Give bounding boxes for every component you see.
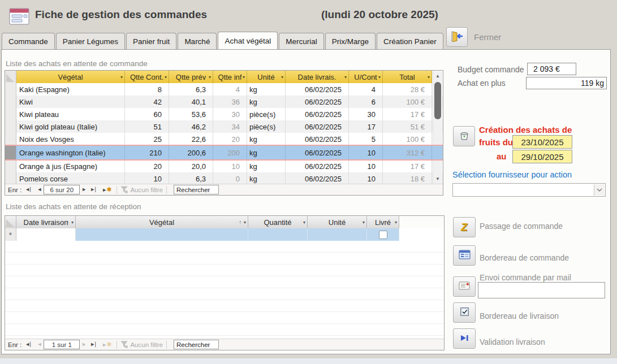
order-slip-button[interactable]	[453, 245, 476, 266]
livre-checkbox[interactable]	[379, 231, 387, 239]
row-selector[interactable]	[5, 133, 16, 145]
combobox-dropdown-button[interactable]	[594, 184, 605, 196]
new-record-icon[interactable]: ►✱	[102, 187, 111, 193]
cell-date-livrais[interactable]: 06/02/2025	[286, 108, 349, 120]
new-record-row[interactable]: *	[5, 228, 444, 241]
first-record-icon[interactable]: ◄▏	[25, 187, 33, 192]
chevron-down-icon[interactable]: ▾	[378, 75, 381, 80]
cell-u-cont[interactable]: 6	[349, 96, 383, 108]
cell-total[interactable]: 17 €	[383, 108, 432, 120]
date-from-field[interactable]: 23/10/2025	[512, 135, 572, 149]
table-row[interactable]: Kiwi 42 40,1 36 kg 06/02/2025 6 100 €	[5, 96, 443, 108]
cell-vegetal-input[interactable]	[76, 228, 248, 241]
first-record-icon[interactable]: ◄▏	[25, 342, 33, 347]
next-record-icon[interactable]: ►	[81, 187, 87, 192]
cell-total[interactable]: 100 €	[383, 96, 432, 108]
cell-qtte-prev[interactable]: 40,1	[169, 96, 213, 108]
last-record-icon[interactable]: ►▏	[90, 187, 98, 192]
cell-date-livrais[interactable]: 06/02/2025	[286, 83, 349, 96]
column-header-qtte-prev[interactable]: Qtte prév▾	[169, 71, 213, 83]
cell-u-cont[interactable]: 30	[349, 108, 383, 120]
cell-date-livrais[interactable]: 06/02/2025	[286, 133, 349, 145]
delivery-validation-button[interactable]	[453, 328, 476, 349]
order-placement-button[interactable]: Z	[453, 217, 476, 237]
cell-unite[interactable]: kg	[247, 133, 286, 145]
cell-unite[interactable]: kg	[247, 160, 286, 172]
chevron-down-icon[interactable]: ▾	[395, 220, 397, 225]
filter-icon[interactable]	[120, 341, 128, 348]
date-to-field[interactable]: 29/10/2025	[512, 150, 572, 163]
cell-vegetal[interactable]: Orange à jus (Espagne)	[16, 160, 125, 172]
cell-qtte-cont[interactable]: 210	[125, 146, 169, 159]
cell-livre-checkbox-cell[interactable]	[367, 228, 399, 241]
cell-u-cont[interactable]: 5	[349, 133, 383, 145]
cell-u-cont[interactable]: 4	[349, 83, 383, 96]
scroll-up-icon[interactable]: ▲	[433, 71, 442, 81]
cell-qtte-cont[interactable]: 60	[125, 108, 169, 120]
cell-qtte-cont[interactable]: 10	[125, 172, 169, 185]
record-position-box[interactable]: 6 sur 20	[44, 185, 80, 194]
cell-qtte-inf[interactable]: 0	[213, 172, 247, 185]
cell-qtte-prev[interactable]: 53,6	[169, 108, 213, 120]
column-header-vegetal[interactable]: Végétal▾	[16, 71, 125, 83]
cell-vegetal[interactable]: Noix des Vosges	[16, 133, 125, 145]
table-row[interactable]: Orange à jus (Espagne) 20 20,0 10 kg 06/…	[5, 160, 443, 172]
column-header-qtte-inf[interactable]: Qtte inf▾	[213, 71, 247, 83]
tab-achat-vegetal[interactable]: Achat végétal	[218, 32, 278, 49]
cell-total[interactable]: 18 €	[383, 172, 432, 185]
row-selector[interactable]	[5, 108, 16, 120]
cell-date-livrais[interactable]: 06/02/2025	[286, 160, 349, 172]
column-header-unite[interactable]: Unité▾	[308, 216, 367, 228]
column-header-unite[interactable]: Unité▾	[247, 71, 286, 83]
cell-date-livraison-input[interactable]	[16, 228, 76, 241]
cell-qtte-prev[interactable]: 6,3	[169, 172, 213, 185]
cell-qtte-prev[interactable]: 46,2	[169, 120, 213, 133]
tab-mercurial[interactable]: Mercurial	[279, 33, 324, 49]
last-record-icon[interactable]: ►▏	[90, 342, 98, 347]
cell-u-cont[interactable]: 10	[349, 160, 383, 172]
cell-unite-input[interactable]	[308, 228, 367, 241]
chevron-down-icon[interactable]: ▾	[243, 75, 245, 80]
budget-value-field[interactable]: 2 093 €	[527, 63, 576, 75]
previous-record-icon[interactable]: ◄	[37, 187, 42, 192]
table-row[interactable]: Kaki (Espagne) 8 6,3 4 kg 06/02/2025 4 2…	[5, 83, 443, 96]
column-header-quantite[interactable]: Quantité▾	[248, 216, 308, 228]
cell-unite[interactable]: kg	[247, 83, 286, 96]
create-purchases-button[interactable]	[453, 126, 475, 146]
column-header-qtte-cont[interactable]: Qtte Cont.▾	[125, 71, 169, 83]
column-header-date-livrais[interactable]: Date livrais.▾	[286, 71, 349, 83]
column-header-livre[interactable]: Livré▾	[367, 216, 399, 228]
table-row[interactable]: Noix des Vosges 25 22,6 20 kg 06/02/2025…	[5, 133, 443, 145]
table-row[interactable]: Orange washington (Italie) 210 200,6 200…	[5, 145, 443, 161]
table-row[interactable]: Kiwi plateau 60 53,6 30 pièce(s) 06/02/2…	[5, 108, 443, 120]
cell-qtte-cont[interactable]: 42	[125, 96, 169, 108]
cell-total[interactable]: 51 €	[383, 120, 432, 133]
vertical-scrollbar[interactable]: ▲ ▼	[433, 71, 442, 184]
table-row[interactable]: Kiwi gold plateau (Italie) 51 46,2 34 pi…	[5, 120, 443, 133]
search-input[interactable]: Rechercher	[174, 185, 219, 194]
tab-commande[interactable]: Commande	[2, 33, 55, 49]
row-selector[interactable]	[5, 160, 16, 172]
cell-vegetal[interactable]: Kiwi gold plateau (Italie)	[16, 120, 125, 133]
row-selector[interactable]	[5, 96, 16, 108]
cell-qtte-cont[interactable]: 20	[125, 160, 169, 172]
row-selector[interactable]	[5, 120, 16, 133]
column-header-total[interactable]: Total▾	[383, 71, 432, 83]
cell-u-cont[interactable]: 10	[349, 146, 383, 159]
cell-date-livrais[interactable]: 06/02/2025	[286, 120, 349, 133]
cell-unite[interactable]: pièce(s)	[247, 108, 286, 120]
tab-panier-legumes[interactable]: Panier Légumes	[56, 33, 125, 49]
tab-marche[interactable]: Marché	[178, 33, 217, 49]
row-selector[interactable]	[5, 146, 16, 159]
filter-status-label[interactable]: Aucun filtre	[130, 341, 163, 348]
cell-total[interactable]: 312 €	[383, 146, 432, 159]
chevron-down-icon[interactable]: ▾	[71, 220, 74, 225]
cell-qtte-inf[interactable]: 200	[213, 146, 247, 159]
cell-vegetal[interactable]: Kaki (Espagne)	[16, 83, 125, 96]
empty-rows-area[interactable]	[5, 241, 444, 339]
select-all-corner[interactable]	[5, 216, 16, 228]
column-header-u-cont[interactable]: U/Cont▾	[349, 71, 383, 83]
cell-unite[interactable]: kg	[247, 96, 286, 108]
column-header-vegetal[interactable]: Végétal↑▾	[76, 216, 248, 228]
cell-qtte-inf[interactable]: 30	[213, 108, 247, 120]
